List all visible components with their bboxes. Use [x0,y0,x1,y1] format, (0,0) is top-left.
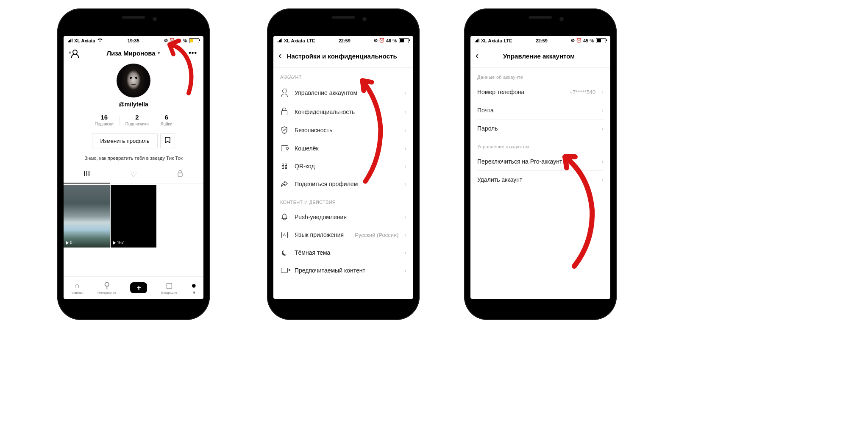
row-value: +7*****540 [570,89,596,95]
chevron-right-icon: › [404,127,406,134]
row-qr[interactable]: QR-код› [273,157,413,175]
row-switch-pro[interactable]: Переключиться на Pro-аккаунт› [470,153,610,170]
followers-label: Подписчики [125,122,149,126]
wifi-icon [97,38,103,43]
battery-icon [399,38,409,43]
chevron-right-icon: › [601,125,604,132]
home-icon: ⌂ [75,281,80,289]
heart-icon [130,171,137,178]
network-label: LTE [307,38,315,43]
battery-icon [189,38,199,43]
wallet-icon [280,145,289,151]
edit-profile-button[interactable]: Изменить профиль [92,133,157,148]
chevron-right-icon: › [404,231,406,238]
back-button[interactable]: ‹ [476,50,482,61]
settings-header: ‹ Управление аккаунтом [470,45,610,68]
nav-me[interactable]: ●Я [191,281,196,295]
profile-action-row: Изменить профиль [64,133,203,148]
row-push-notifications[interactable]: Push-уведомления› [273,208,413,226]
more-menu-button[interactable]: ••• [189,49,197,57]
row-label: Пароль [477,125,595,132]
likes-label: Лайки [161,122,172,126]
chevron-right-icon: › [404,267,406,274]
chevron-right-icon: › [404,214,406,220]
shield-icon [280,126,289,134]
stat-following[interactable]: 16 Подписки [89,114,119,126]
back-button[interactable]: ‹ [278,50,285,61]
section-manage-account: Управление аккаунтом [470,137,610,153]
person-icon [280,89,289,97]
battery-text: 46 % [386,38,397,43]
row-preferred-content[interactable]: Предпочитаемый контент› [273,262,413,279]
row-wallet[interactable]: Кошелёк› [273,139,413,157]
bookmark-button[interactable] [160,133,175,148]
profile-tabs [64,166,203,184]
settings-title: Управление аккаунтом [482,53,596,60]
nav-home[interactable]: ⌂Главная [71,281,83,295]
nav-inbox-label: Входящие [161,291,177,295]
row-security[interactable]: Безопасность› [273,121,413,139]
row-label: Конфиденциальность [295,108,398,115]
svg-rect-0 [178,173,182,176]
add-friends-icon[interactable]: + [70,49,78,57]
chevron-right-icon: › [404,181,406,187]
qr-icon [280,164,289,169]
tab-private[interactable] [157,166,203,184]
chevron-right-icon: › [404,249,406,256]
video-placeholder [157,185,203,248]
grid-icon [84,171,90,176]
moon-icon [280,250,289,256]
screen-2: XL Axiata LTE 22:59 ⊘ ⏰ 46 % ‹ Настройки… [273,36,413,299]
profile-stats: 16 Подписки 2 Подписчики 6 Лайки [64,114,203,126]
row-label: Тёмная тема [295,249,398,256]
video-thumbnail[interactable]: 167 [111,185,157,248]
nav-discover[interactable]: ⚲Интересное [97,281,116,295]
rotation-lock-icon: ⊘ [164,38,168,43]
row-language[interactable]: AЯзык приложенияРусский (Россия)› [273,226,413,244]
rotation-lock-icon: ⊘ [374,38,378,43]
row-manage-account[interactable]: Управление аккаунтом› [273,83,413,103]
row-label: Язык приложения [295,231,349,238]
chevron-right-icon: › [404,108,406,115]
status-time: 22:59 [536,38,548,43]
signal-icon [278,39,282,42]
row-dark-theme[interactable]: Тёмная тема› [273,244,413,262]
row-phone-number[interactable]: Номер телефона+7*****540› [470,83,610,101]
signal-icon [68,39,72,42]
nav-inbox[interactable]: ◻Входящие [161,281,177,295]
status-bar: XL Axiata LTE 22:59 ⊘ ⏰ 45 % [470,36,610,45]
video-icon [280,268,289,273]
tab-posts[interactable] [64,166,110,184]
status-time: 19:35 [128,38,139,43]
profile-header: + Лиза Миронова ▼ ••• [64,45,203,61]
row-label: Push-уведомления [295,214,398,220]
tab-liked[interactable] [110,166,157,184]
row-label: Кошелёк [295,145,398,152]
search-icon: ⚲ [104,281,110,289]
play-count: 167 [117,240,124,245]
nav-home-label: Главная [71,291,83,295]
video-thumbnail[interactable]: 0 [64,185,110,248]
status-bar: XL Axiata 19:35 ⊘ ⏰ 31 % [64,36,203,45]
caret-down-icon: ▼ [157,51,161,55]
row-share-profile[interactable]: Поделиться профилем› [273,175,413,193]
screen-3: XL Axiata LTE 22:59 ⊘ ⏰ 45 % ‹ Управлени… [470,36,610,299]
row-email[interactable]: Почта› [470,101,610,119]
row-label: Номер телефона [477,89,564,95]
row-delete-account[interactable]: Удалить аккаунт› [470,171,610,189]
language-icon: A [280,232,289,238]
bell-icon [280,214,289,220]
stat-followers[interactable]: 2 Подписчики [120,114,155,126]
row-password[interactable]: Пароль› [470,120,610,137]
lock-icon [280,108,289,115]
phone-profile: XL Axiata 19:35 ⊘ ⏰ 31 % + Лиза Миронова… [57,8,210,320]
battery-text: 31 % [176,38,187,43]
profile-name-dropdown[interactable]: Лиза Миронова ▼ [107,50,161,57]
stat-likes[interactable]: 6 Лайки [155,114,178,126]
nav-create-button[interactable]: + [130,282,147,293]
carrier-label: XL Axiata [74,38,95,43]
row-privacy[interactable]: Конфиденциальность› [273,103,413,121]
bottom-nav: ⌂Главная ⚲Интересное + ◻Входящие ●Я [64,276,203,299]
avatar[interactable] [117,64,150,97]
chevron-right-icon: › [404,89,406,96]
